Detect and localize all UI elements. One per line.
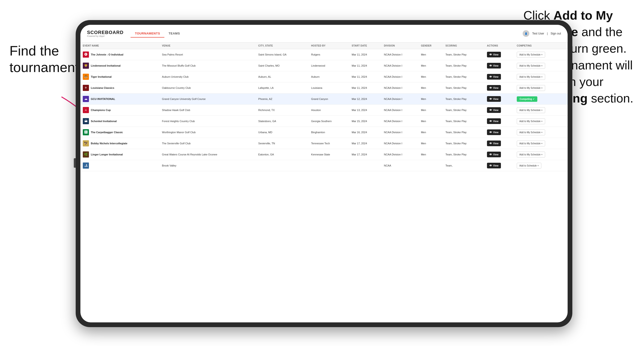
actions-cell: 👁 View <box>484 94 514 105</box>
cell-venue: The Sevierville Golf Club <box>160 138 256 149</box>
annotation-left: Find the tournament. <box>10 42 85 75</box>
cell-start_date: Mar 15, 2024 <box>349 116 382 127</box>
add-to-schedule-button[interactable]: Add to My Schedule + <box>517 63 545 69</box>
cell-scoring: Team, Stroke Play <box>443 149 484 160</box>
sign-out-link[interactable]: Sign out <box>550 32 561 35</box>
competing-cell: Competing ✓ <box>514 94 568 105</box>
eye-icon: 👁 <box>489 109 492 112</box>
view-button[interactable]: 👁 View <box>487 118 501 124</box>
view-button[interactable]: 👁 View <box>487 107 501 113</box>
col-actions: ACTIONS <box>484 42 514 49</box>
cell-division: NCAA Division I <box>382 71 418 82</box>
add-to-schedule-button[interactable]: Add to My Schedule + <box>517 141 545 147</box>
cell-hosted_by: Tennessee Tech <box>309 138 349 149</box>
cell-scoring: Team, Stroke Play <box>443 105 484 116</box>
cell-start_date: Mar 11, 2024 <box>349 82 382 94</box>
add-to-schedule-button[interactable]: Add to Schedule + <box>517 163 541 169</box>
add-to-schedule-button[interactable]: Add to My Schedule + <box>517 85 545 91</box>
event-name: Bobby Nichols Intercollegiate <box>91 142 128 145</box>
view-button[interactable]: 👁 View <box>487 74 501 80</box>
col-scoring: SCORING <box>443 42 484 49</box>
add-to-schedule-button[interactable]: Add to My Schedule + <box>517 52 545 58</box>
table-row: 🏞 Brook ValleyNCAATeam,👁 ViewAdd to Sche… <box>80 160 568 171</box>
nav-tab-teams[interactable]: TEAMS <box>164 30 184 37</box>
col-venue: VENUE <box>160 42 256 49</box>
logo-sub: Powered by clippd <box>87 35 124 37</box>
cell-gender: Men <box>418 105 443 116</box>
actions-cell: 👁 View <box>484 160 514 171</box>
cell-city_state <box>256 160 309 171</box>
table-row: 🐯 Tiger Invitational Auburn University C… <box>80 71 568 82</box>
cell-hosted_by: Binghamton <box>309 127 349 138</box>
cell-start_date: Mar 11, 2024 <box>349 49 382 60</box>
view-button[interactable]: 👁 View <box>487 152 501 157</box>
cell-venue: Great Waters Course At Reynolds Lake Oco… <box>160 149 256 160</box>
event-name: Linger Longer Invitational <box>91 153 123 156</box>
nav-tab-tournaments[interactable]: TOURNAMENTS <box>130 30 164 37</box>
add-to-schedule-button[interactable]: Add to My Schedule + <box>517 118 545 124</box>
cell-gender: Men <box>418 60 443 71</box>
cell-division: NCAA Division I <box>382 82 418 94</box>
add-to-schedule-button[interactable]: Add to My Schedule + <box>517 129 545 135</box>
table-container: EVENT NAME VENUE CITY, STATE HOSTED BY S… <box>80 42 568 322</box>
cell-venue: Worthington Manor Golf Club <box>160 127 256 138</box>
eye-icon: 👁 <box>489 53 492 56</box>
cell-city_state: Eatonton, GA <box>256 149 309 160</box>
team-logo: 🌿 <box>83 151 89 158</box>
cell-venue: Oakbourne Country Club <box>160 82 256 94</box>
cell-start_date: Mar 11, 2024 <box>349 71 382 82</box>
view-button[interactable]: 👁 View <box>487 163 501 169</box>
add-to-schedule-button[interactable]: Add to My Schedule + <box>517 74 545 80</box>
cell-city_state: Sevierville, TN <box>256 138 309 149</box>
cell-start_date: Mar 16, 2024 <box>349 127 382 138</box>
table-row: ⛰ GCU INVITATIONAL Grand Canyon Universi… <box>80 94 568 105</box>
cell-start_date <box>349 160 382 171</box>
cell-hosted_by: Louisiana <box>309 82 349 94</box>
team-logo: 🏔 <box>83 118 89 124</box>
actions-cell: 👁 View <box>484 149 514 160</box>
add-to-schedule-button[interactable]: Add to My Schedule + <box>517 107 545 113</box>
cell-venue: Auburn University Club <box>160 71 256 82</box>
divider: | <box>547 32 548 35</box>
table-row: ⚔ Champions Cup Shadow Hawk Golf ClubRic… <box>80 105 568 116</box>
view-button[interactable]: 👁 View <box>487 52 501 57</box>
cell-city_state: Lafayette, LA <box>256 82 309 94</box>
actions-cell: 👁 View <box>484 49 514 60</box>
eye-icon: 👁 <box>489 98 492 100</box>
event-name: The Johnnie - O Individual <box>91 53 124 56</box>
competing-cell: Add to My Schedule + <box>514 116 568 127</box>
cell-gender: Men <box>418 82 443 94</box>
cell-start_date: Mar 17, 2024 <box>349 138 382 149</box>
logo-area: SCOREBOARD Powered by clippd <box>87 30 124 37</box>
cell-venue: The Missouri Bluffs Golf Club <box>160 60 256 71</box>
event-name: Louisiana Classics <box>91 86 114 90</box>
cell-division: NCAA <box>382 160 418 171</box>
view-button[interactable]: 👁 View <box>487 129 501 135</box>
cell-hosted_by: Houston <box>309 105 349 116</box>
cell-division: NCAA Division I <box>382 149 418 160</box>
cell-gender: Men <box>418 94 443 105</box>
view-button[interactable]: 👁 View <box>487 96 501 102</box>
cell-hosted_by <box>309 160 349 171</box>
cell-hosted_by: Rutgers <box>309 49 349 60</box>
competing-cell: Add to Schedule + <box>514 160 568 171</box>
event-name: Lindenwood Invitational <box>91 64 120 67</box>
table-row: 🅱 The Carpetbagger Classic Worthington M… <box>80 127 568 138</box>
header-right: 👤 Test User | Sign out <box>523 30 561 37</box>
tournaments-table: EVENT NAME VENUE CITY, STATE HOSTED BY S… <box>80 42 568 171</box>
competing-button[interactable]: Competing ✓ <box>517 96 537 102</box>
cell-venue: Brook Valley <box>160 160 256 171</box>
view-button[interactable]: 👁 View <box>487 141 501 146</box>
add-to-schedule-button[interactable]: Add to My Schedule + <box>517 152 545 158</box>
view-button[interactable]: 👁 View <box>487 63 501 68</box>
cell-venue: Grand Canyon University Golf Course <box>160 94 256 105</box>
cell-gender: Men <box>418 127 443 138</box>
cell-division: NCAA Division I <box>382 105 418 116</box>
team-logo: 🦅 <box>83 140 89 147</box>
cell-scoring: Team, Stroke Play <box>443 49 484 60</box>
actions-cell: 👁 View <box>484 138 514 149</box>
cell-hosted_by: Kennesaw State <box>309 149 349 160</box>
view-button[interactable]: 👁 View <box>487 85 501 91</box>
table-row: ⚜ Louisiana Classics Oakbourne Country C… <box>80 82 568 94</box>
col-city-state: CITY, STATE <box>256 42 309 49</box>
